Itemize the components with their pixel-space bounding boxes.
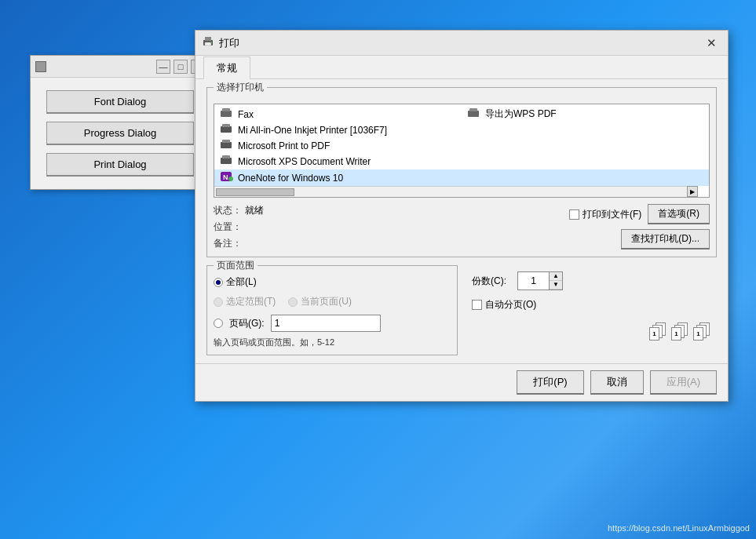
page-range-hint: 输入页码或页面范围。如，5-12 xyxy=(214,337,451,348)
svg-rect-11 xyxy=(222,140,230,143)
tab-general[interactable]: 常规 xyxy=(203,56,250,79)
radio-all-row: 全部(L) xyxy=(214,275,451,289)
preferences-button[interactable]: 首选项(R) xyxy=(648,204,710,224)
spinner-arrows: ▲ ▼ xyxy=(550,272,562,290)
find-printer-button[interactable]: 查找打印机(D)... xyxy=(621,229,710,249)
printer-xps[interactable]: Microsoft XPS Document Writer xyxy=(214,154,709,169)
page-range-group: 页面范围 全部(L) 选定范围(T) 当前页面(U) xyxy=(206,265,458,355)
dialog-footer: 打印(P) 取消 应用(A) xyxy=(195,363,728,401)
scroll-thumb[interactable] xyxy=(216,188,294,196)
radio-current[interactable] xyxy=(288,297,298,307)
launcher-window: — □ × Font Dialog Progress Dialog Print … xyxy=(30,55,210,190)
svg-rect-9 xyxy=(222,124,230,127)
svg-rect-2 xyxy=(205,42,211,46)
radio-selection-label: 选定范围(T) xyxy=(226,295,276,308)
svg-rect-1 xyxy=(205,37,211,41)
bottom-section: 页面范围 全部(L) 选定范围(T) 当前页面(U) xyxy=(206,265,717,355)
notes-label: 备注： xyxy=(214,237,242,250)
printer-fax[interactable]: Fax xyxy=(214,106,462,122)
printer-list-scrollbar[interactable]: ▶ xyxy=(214,186,698,197)
radio-all-label: 全部(L) xyxy=(226,275,257,289)
watermark-text: https://blog.csdn.net/LinuxArmbiggod xyxy=(608,523,750,533)
status-row: 状态： 就绪 xyxy=(214,204,264,217)
dialog-content: 选择打印机 Fax xyxy=(195,79,728,363)
minimize-button[interactable]: — xyxy=(156,60,170,74)
wps-icon xyxy=(468,108,480,121)
print-button[interactable]: 打印(P) xyxy=(517,370,583,395)
print-titlebar: 打印 ✕ xyxy=(195,31,728,56)
titlebar-left xyxy=(35,61,46,72)
svg-rect-7 xyxy=(469,108,477,111)
mi-printer-icon xyxy=(221,124,233,137)
collate-checkbox[interactable] xyxy=(472,300,482,310)
radio-current-label: 当前页面(U) xyxy=(301,295,352,308)
print-to-file-checkbox[interactable] xyxy=(569,209,579,220)
cancel-button[interactable]: 取消 xyxy=(590,370,644,395)
copies-panel: 份数(C): ▲ ▼ 自动分页(O) xyxy=(466,265,717,355)
notes-row: 备注： xyxy=(214,237,264,250)
copies-label: 份数(C): xyxy=(472,275,511,288)
printer-icon xyxy=(202,35,214,50)
launcher-titlebar: — □ × xyxy=(31,56,210,78)
scrollbar-right-arrow[interactable]: ▶ xyxy=(687,186,698,197)
svg-rect-8 xyxy=(221,126,232,133)
print-dialog-button[interactable]: Print Dialog xyxy=(46,153,194,177)
print-to-file-row: 打印到文件(F) xyxy=(569,208,641,221)
status-buttons: 打印到文件(F) 首选项(R) 查找打印机(D)... xyxy=(569,204,710,249)
svg-rect-12 xyxy=(221,158,232,164)
maximize-button[interactable]: □ xyxy=(173,60,188,74)
collate-row: 自动分页(O) xyxy=(472,298,710,311)
onenote-icon: N xyxy=(221,171,233,184)
svg-rect-10 xyxy=(221,142,232,148)
printer-wps-pdf[interactable]: 导出为WPS PDF xyxy=(462,106,709,122)
printer-mi[interactable]: Mi All-in-One Inkjet Printer [1036F7] xyxy=(214,122,709,138)
print-titlebar-left: 打印 xyxy=(202,35,239,50)
collate-stack-3: 3 2 1 xyxy=(693,322,710,343)
radio-all[interactable] xyxy=(214,278,223,287)
status-label: 状态： xyxy=(214,204,242,217)
location-label: 位置： xyxy=(214,220,242,234)
printer-list[interactable]: Fax 导出为WPS PDF xyxy=(214,104,710,198)
page-range-label: 页面范围 xyxy=(214,259,257,272)
launcher-body: Font Dialog Progress Dialog Print Dialog xyxy=(31,78,210,189)
radio-pages[interactable] xyxy=(214,319,223,328)
copies-down-arrow[interactable]: ▼ xyxy=(550,281,562,290)
radio-selection[interactable] xyxy=(214,297,223,307)
ms-pdf-icon xyxy=(221,140,233,152)
radio-pages-label: 页码(G): xyxy=(229,317,265,330)
apply-button[interactable]: 应用(A) xyxy=(650,370,717,395)
location-row: 位置： xyxy=(214,220,264,234)
copies-up-arrow[interactable]: ▲ xyxy=(550,272,562,281)
fax-icon xyxy=(221,108,233,121)
printer-group-label: 选择打印机 xyxy=(214,81,267,94)
printer-ms-pdf[interactable]: Microsoft Print to PDF xyxy=(214,138,709,154)
printer-onenote[interactable]: N OneNote for Windows 10 xyxy=(214,169,709,186)
svg-rect-6 xyxy=(468,111,479,117)
svg-rect-4 xyxy=(221,111,232,117)
collate-stack-2: 3 2 1 xyxy=(671,322,688,343)
collation-icons: 3 2 1 3 2 1 3 2 xyxy=(649,322,710,343)
radio-current-row: 当前页面(U) xyxy=(288,295,352,308)
print-dialog: 打印 ✕ 常规 选择打印机 xyxy=(195,30,729,402)
print-to-file-label: 打印到文件(F) xyxy=(583,208,641,221)
radio-pages-row: 页码(G): xyxy=(214,315,451,332)
page-number-input[interactable] xyxy=(271,315,381,332)
print-close-button[interactable]: ✕ xyxy=(701,33,721,53)
svg-rect-13 xyxy=(222,155,230,158)
svg-point-16 xyxy=(228,177,233,181)
collate-stack-1: 3 2 1 xyxy=(649,322,667,343)
printer-selection-group: 选择打印机 Fax xyxy=(206,87,717,257)
tab-bar: 常规 xyxy=(195,56,728,79)
font-dialog-button[interactable]: Font Dialog xyxy=(46,90,194,114)
copies-spinner: ▲ ▼ xyxy=(517,271,563,290)
copies-input[interactable] xyxy=(518,272,550,290)
print-dialog-title: 打印 xyxy=(219,36,239,50)
xps-icon xyxy=(221,155,233,168)
svg-rect-5 xyxy=(222,108,230,111)
svg-point-3 xyxy=(210,42,212,43)
collate-label: 自动分页(O) xyxy=(485,298,536,311)
launcher-window-icon xyxy=(35,61,46,72)
svg-text:N: N xyxy=(223,173,228,181)
progress-dialog-button[interactable]: Progress Dialog xyxy=(46,122,194,145)
copies-row: 份数(C): ▲ ▼ xyxy=(472,271,710,290)
